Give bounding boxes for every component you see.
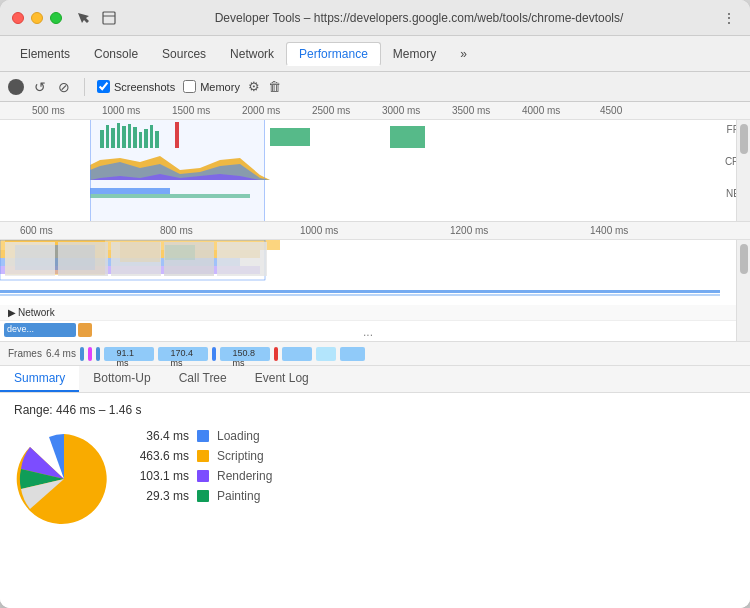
- ruler-tick-1: 1000 ms: [102, 105, 140, 116]
- overview-ruler: 500 ms 1000 ms 1500 ms 2000 ms 2500 ms 3…: [0, 102, 750, 120]
- detail-tick-0: 600 ms: [20, 225, 53, 236]
- legend-item-2: 103.1 ms Rendering: [134, 469, 272, 483]
- detail-tick-1: 800 ms: [160, 225, 193, 236]
- tab-console[interactable]: Console: [82, 43, 150, 65]
- network-arrow: ▶: [8, 307, 16, 318]
- svg-rect-36: [0, 294, 720, 296]
- title-bar-left-icons: [74, 9, 118, 27]
- tab-sources[interactable]: Sources: [150, 43, 218, 65]
- ruler-tick-4: 2500 ms: [312, 105, 350, 116]
- memory-checkbox[interactable]: [183, 80, 196, 93]
- network-section-text: Network: [18, 307, 55, 318]
- frame-chip-6-label: 150.8 ms: [232, 348, 257, 368]
- legend-color-3: [197, 490, 209, 502]
- detail-timeline[interactable]: 600 ms 800 ms 1000 ms 1200 ms 1400 ms: [0, 222, 750, 342]
- frame-chip-6[interactable]: 150.8 ms: [220, 347, 270, 361]
- frame-chip-3-label: 91.1 ms: [116, 348, 141, 368]
- tab-bottom-up[interactable]: Bottom-Up: [79, 366, 164, 392]
- bottom-tabs: Summary Bottom-Up Call Tree Event Log: [0, 366, 750, 393]
- stop-button[interactable]: ⊘: [56, 79, 72, 95]
- window-title: Developer Tools – https://developers.goo…: [118, 11, 720, 25]
- svg-rect-32: [111, 242, 161, 276]
- tab-elements[interactable]: Elements: [8, 43, 82, 65]
- svg-rect-15: [390, 126, 425, 148]
- legend-label-0: Loading: [217, 429, 260, 443]
- tab-network[interactable]: Network: [218, 43, 286, 65]
- tab-memory[interactable]: Memory: [381, 43, 448, 65]
- ruler-tick-7: 4000 ms: [522, 105, 560, 116]
- scroll-thumb[interactable]: [740, 124, 748, 154]
- more-options-icon[interactable]: ⋮: [720, 9, 738, 27]
- legend-value-0: 36.4 ms: [134, 429, 189, 443]
- legend-value-2: 103.1 ms: [134, 469, 189, 483]
- memory-checkbox-label[interactable]: Memory: [183, 80, 240, 93]
- title-bar: Developer Tools – https://developers.goo…: [0, 0, 750, 36]
- detail-scroll-thumb[interactable]: [740, 244, 748, 274]
- dock-icon[interactable]: [100, 9, 118, 27]
- frames-chips-row: 91.1 ms 170.4 ms 150.8 ms: [104, 347, 742, 361]
- close-button[interactable]: [12, 12, 24, 24]
- detail-scrollbar[interactable]: [736, 240, 750, 342]
- svg-rect-35: [0, 290, 720, 293]
- svg-rect-31: [58, 242, 108, 276]
- frame-chip-3[interactable]: 91.1 ms: [104, 347, 154, 361]
- screenshots-checkbox[interactable]: [97, 80, 110, 93]
- frame-chip-4[interactable]: 170.4 ms: [158, 347, 208, 361]
- network-section-label: ▶ Network: [0, 305, 736, 321]
- overview-scrollbar[interactable]: [736, 120, 750, 222]
- tab-event-log[interactable]: Event Log: [241, 366, 323, 392]
- settings-icon[interactable]: ⚙: [248, 79, 260, 94]
- legend-label-1: Scripting: [217, 449, 264, 463]
- tab-call-tree[interactable]: Call Tree: [165, 366, 241, 392]
- tab-overflow[interactable]: »: [448, 43, 479, 65]
- reload-button[interactable]: ↺: [32, 79, 48, 95]
- memory-label: Memory: [200, 81, 240, 93]
- svg-rect-30: [5, 242, 55, 276]
- legend-color-0: [197, 430, 209, 442]
- screenshots-label: Screenshots: [114, 81, 175, 93]
- detail-tick-4: 1400 ms: [590, 225, 628, 236]
- frame-chip-5[interactable]: [212, 347, 216, 361]
- frame-chip-2[interactable]: [96, 347, 100, 361]
- record-button[interactable]: [8, 79, 24, 95]
- summary-content: Range: 446 ms – 1.46 s: [0, 393, 750, 608]
- svg-rect-14: [270, 128, 310, 146]
- ruler-tick-6: 3500 ms: [452, 105, 490, 116]
- frames-bar: Frames 6.4 ms 91.1 ms 170.4 ms 150.8 ms: [0, 342, 750, 366]
- cursor-icon[interactable]: [74, 9, 92, 27]
- frame-chip-9[interactable]: [316, 347, 336, 361]
- range-text: Range: 446 ms – 1.46 s: [14, 403, 736, 417]
- frame-chip-0[interactable]: [80, 347, 84, 361]
- legend: 36.4 ms Loading 463.6 ms Scripting 103.1…: [134, 429, 272, 529]
- nav-toolbar: Elements Console Sources Network Perform…: [0, 36, 750, 72]
- frame-chip-7[interactable]: [274, 347, 278, 361]
- detail-tick-3: 1200 ms: [450, 225, 488, 236]
- maximize-button[interactable]: [50, 12, 62, 24]
- ruler-tick-2: 1500 ms: [172, 105, 210, 116]
- tab-summary[interactable]: Summary: [0, 366, 79, 392]
- pie-chart: [14, 429, 114, 529]
- overview-timeline[interactable]: 500 ms 1000 ms 1500 ms 2000 ms 2500 ms 3…: [0, 102, 750, 222]
- flamechart-area: [0, 240, 736, 305]
- legend-color-1: [197, 450, 209, 462]
- frame-chip-4-label: 170.4 ms: [170, 348, 195, 368]
- ruler-tick-0: 500 ms: [32, 105, 65, 116]
- legend-item-0: 36.4 ms Loading: [134, 429, 272, 443]
- overview-tracks: FPS CPU NET: [0, 120, 750, 222]
- screenshots-checkbox-label[interactable]: Screenshots: [97, 80, 175, 93]
- frame-chip-8[interactable]: [282, 347, 312, 361]
- clear-icon[interactable]: 🗑: [268, 79, 281, 94]
- minimize-button[interactable]: [31, 12, 43, 24]
- dots-row: ...: [0, 324, 736, 340]
- selected-region[interactable]: [90, 120, 265, 222]
- nav-tabs: Elements Console Sources Network Perform…: [8, 42, 742, 66]
- frame-chip-1[interactable]: [88, 347, 92, 361]
- legend-item-3: 29.3 ms Painting: [134, 489, 272, 503]
- traffic-lights: [12, 12, 62, 24]
- frame-chip-10[interactable]: [340, 347, 365, 361]
- timeline-container: 500 ms 1000 ms 1500 ms 2000 ms 2500 ms 3…: [0, 102, 750, 608]
- summary-body: 36.4 ms Loading 463.6 ms Scripting 103.1…: [14, 429, 736, 529]
- detail-tracks: ▶ Network deve... devsit... ...: [0, 240, 750, 342]
- devtools-window: Developer Tools – https://developers.goo…: [0, 0, 750, 608]
- tab-performance[interactable]: Performance: [286, 42, 381, 66]
